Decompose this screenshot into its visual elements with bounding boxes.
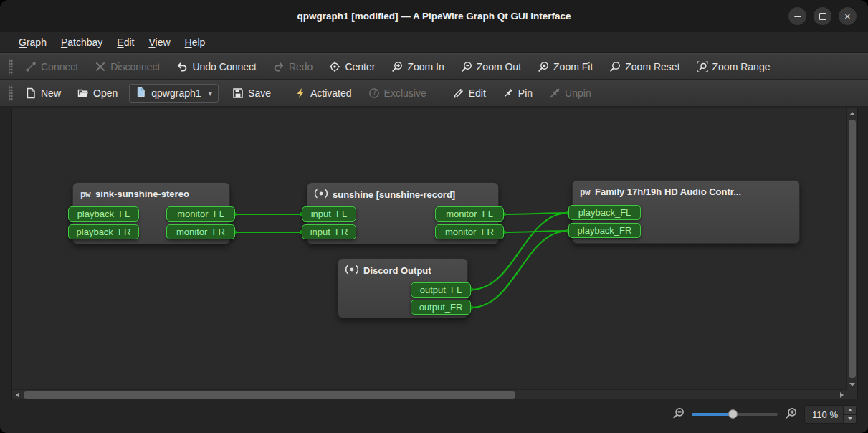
port-playback-fr[interactable]: playback_FR xyxy=(568,223,641,238)
center-label: Center xyxy=(345,61,375,72)
spin-up-button[interactable] xyxy=(844,406,856,415)
graph-view[interactable]: pw sink-sunshine-stereo playback_FL play… xyxy=(12,108,846,389)
zoom-spinbox[interactable]: 110 % xyxy=(804,405,857,424)
titlebar: qpwgraph1 [modified] — A PipeWire Graph … xyxy=(0,0,868,33)
triangle-down-icon xyxy=(849,383,855,386)
port-monitor-fr[interactable]: monitor_FR xyxy=(166,224,235,239)
pin-label: Pin xyxy=(518,87,533,99)
triangle-down-icon xyxy=(848,417,852,420)
zoom-range-button[interactable]: Zoom Range xyxy=(692,58,776,75)
menu-help[interactable]: Help xyxy=(178,34,213,51)
close-button[interactable]: × xyxy=(839,7,857,25)
cables-layer xyxy=(12,108,846,389)
zoom-in-button[interactable]: Zoom In xyxy=(386,58,449,75)
scroll-up-button[interactable] xyxy=(847,108,857,118)
pencil-icon xyxy=(453,87,464,99)
triangle-up-icon xyxy=(848,409,852,411)
redo-button[interactable]: Redo xyxy=(268,58,318,75)
lightning-icon xyxy=(295,87,306,99)
window-controls: × xyxy=(788,7,857,25)
minimize-button[interactable] xyxy=(788,7,806,25)
pin-icon xyxy=(502,87,514,99)
disconnect-icon xyxy=(95,61,106,72)
pin-button[interactable]: Pin xyxy=(497,85,538,102)
statusbar: 110 % xyxy=(0,399,868,433)
port-playback-fl[interactable]: playback_FL xyxy=(568,205,641,220)
open-button[interactable]: Open xyxy=(72,85,123,102)
spin-down-button[interactable] xyxy=(844,415,856,424)
pipewire-icon: pw xyxy=(80,189,90,199)
zoom-range-icon xyxy=(697,61,708,72)
port-input-fr[interactable]: input_FR xyxy=(302,224,356,239)
zoom-out-button[interactable]: Zoom Out xyxy=(456,58,526,75)
zoom-reset-label: Zoom Reset xyxy=(625,61,679,72)
port-monitor-fl[interactable]: monitor_FL xyxy=(435,206,504,222)
node-title: sunshine [sunshine-record] xyxy=(333,189,455,200)
save-button[interactable]: Save xyxy=(227,85,276,102)
scroll-right-button[interactable] xyxy=(836,390,846,400)
zoom-fit-button[interactable]: Zoom Fit xyxy=(533,58,598,75)
save-icon xyxy=(232,87,244,99)
pipewire-icon: pw xyxy=(580,186,590,197)
zoom-in-icon[interactable] xyxy=(785,407,797,422)
zoom-slider-handle[interactable] xyxy=(728,409,738,419)
connect-button[interactable]: Connect xyxy=(20,58,83,75)
toolbar-drag-handle[interactable] xyxy=(9,85,13,101)
undo-icon xyxy=(176,61,188,72)
undo-connect-button[interactable]: Undo Connect xyxy=(171,58,262,75)
unpin-button[interactable]: Unpin xyxy=(544,85,596,102)
scroll-left-button[interactable] xyxy=(12,390,22,400)
edit-button[interactable]: Edit xyxy=(448,85,491,102)
combo-value: qpwgraph1 xyxy=(151,87,201,99)
disconnect-button[interactable]: Disconnect xyxy=(90,58,165,75)
menubar: Graph Patchbay Edit View Help xyxy=(0,32,868,53)
node-header: pw sink-sunshine-stereo xyxy=(73,183,229,199)
node-header: pw Family 17h/19h HD Audio Contr... xyxy=(573,181,799,197)
redo-icon xyxy=(273,61,285,72)
horizontal-scrollbar[interactable] xyxy=(12,389,846,400)
toolbar-drag-handle[interactable] xyxy=(9,59,13,75)
vertical-scrollbar[interactable] xyxy=(846,108,857,389)
menu-patchbay[interactable]: Patchbay xyxy=(54,34,110,51)
svg-text:f: f xyxy=(373,89,377,97)
patchbay-profile-combo[interactable]: qpwgraph1 ▾ xyxy=(129,84,219,103)
menu-graph[interactable]: Graph xyxy=(11,34,54,51)
zoom-controls: 110 % xyxy=(672,405,857,424)
toolbar-patchbay: New Open qpwgraph1 ▾ Save Activated f Ex… xyxy=(0,80,868,107)
new-button[interactable]: New xyxy=(20,85,66,102)
graph-canvas[interactable]: pw sink-sunshine-stereo playback_FL play… xyxy=(11,108,858,401)
zoom-range-label: Zoom Range xyxy=(712,61,771,72)
unpin-label: Unpin xyxy=(565,87,591,99)
app-window: qpwgraph1 [modified] — A PipeWire Graph … xyxy=(0,0,868,433)
port-input-fl[interactable]: input_FL xyxy=(302,206,356,222)
port-playback-fl[interactable]: playback_FL xyxy=(68,206,139,222)
center-button[interactable]: Center xyxy=(324,58,380,75)
port-output-fl[interactable]: output_FL xyxy=(411,282,471,298)
scroll-down-button[interactable] xyxy=(847,379,857,389)
save-label: Save xyxy=(248,87,271,99)
vertical-scroll-thumb[interactable] xyxy=(849,120,856,378)
port-monitor-fl[interactable]: monitor_FL xyxy=(166,206,235,222)
scrollbar-corner xyxy=(846,389,857,400)
exclusive-button[interactable]: f Exclusive xyxy=(363,85,431,102)
menu-view[interactable]: View xyxy=(141,34,177,51)
node-header: Discord Output xyxy=(338,259,467,277)
spinbox-arrows xyxy=(843,406,856,423)
zoom-slider[interactable] xyxy=(692,409,778,419)
menu-edit[interactable]: Edit xyxy=(110,34,141,51)
activated-button[interactable]: Activated xyxy=(290,85,357,102)
triangle-right-icon xyxy=(840,392,844,398)
zoom-fit-label: Zoom Fit xyxy=(553,61,593,72)
zoom-reset-icon xyxy=(609,61,621,72)
open-label: Open xyxy=(93,87,118,99)
unpin-icon xyxy=(549,87,561,99)
port-output-fr[interactable]: output_FR xyxy=(411,300,471,315)
zoom-out-icon[interactable] xyxy=(672,407,685,422)
maximize-button[interactable] xyxy=(814,7,831,25)
node-title: sink-sunshine-stereo xyxy=(95,189,189,199)
zoom-reset-button[interactable]: Zoom Reset xyxy=(604,58,685,75)
menu-patchbay-label: P xyxy=(61,37,67,48)
port-playback-fr[interactable]: playback_FR xyxy=(68,224,139,239)
horizontal-scroll-thumb[interactable] xyxy=(24,391,515,399)
port-monitor-fr[interactable]: monitor_FR xyxy=(435,224,504,239)
